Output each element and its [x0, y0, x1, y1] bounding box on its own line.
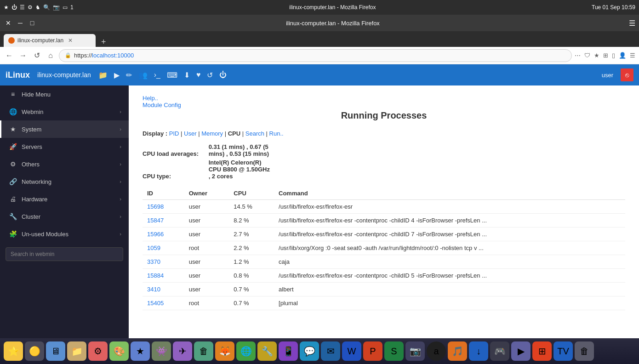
taskbar-icon-steam[interactable]: 🎮 [490, 341, 509, 361]
taskbar-icon-word[interactable]: W [342, 341, 361, 361]
cell-cpu: 2.7 % [229, 228, 274, 241]
taskbar-icon-trash2[interactable]: 🗑 [194, 341, 213, 361]
page-title: Running Processes [143, 110, 625, 121]
taskbar-icon-sqlpro[interactable]: 🔧 [257, 341, 277, 361]
display-link-cpu[interactable]: CPU [228, 130, 240, 137]
display-link-user[interactable]: User [184, 130, 196, 137]
pid-link[interactable]: 3410 [147, 286, 160, 293]
taskbar-icon-viber[interactable]: 📱 [279, 341, 298, 361]
taskbar-icon-filemanager[interactable]: 📁 [67, 341, 86, 361]
edit-icon[interactable]: ✏ [126, 71, 132, 80]
display-link-memory[interactable]: Memory [201, 130, 223, 137]
browser-menu-icon[interactable]: ☰ [629, 19, 635, 28]
browser-maximize-button[interactable]: □ [28, 19, 37, 27]
pid-link[interactable]: 15884 [147, 272, 164, 279]
taskbar-icon-remote[interactable]: ⊞ [532, 341, 552, 361]
taskbar-icon-unity[interactable]: ▶ [511, 341, 531, 361]
shell-icon[interactable]: ⌨ [167, 71, 177, 80]
taskbar-icon-trash[interactable]: 🗑 [575, 341, 594, 361]
tab-close-button[interactable]: ✕ [68, 37, 73, 44]
rocket-icon: 🚀 [9, 143, 17, 150]
taskbar-icon-settings[interactable]: ⚙ [88, 341, 108, 361]
display-link-pid[interactable]: PID [169, 130, 179, 137]
browser-minimize-button[interactable]: ─ [16, 19, 25, 27]
url-box[interactable]: 🔒 https://localhost:10000 [59, 49, 572, 62]
library-icon[interactable]: ⊞ [603, 52, 608, 59]
refresh-icon[interactable]: ↺ [207, 71, 213, 80]
taskbar-icon-amazon[interactable]: a [427, 341, 446, 361]
health-icon[interactable]: ♥ [196, 71, 201, 79]
pid-link[interactable]: 15698 [147, 203, 164, 210]
star-icon: ★ [4, 4, 9, 11]
app-user-label: user [602, 72, 613, 79]
sidebar-item-hide-menu[interactable]: ≡ Hide Menu [0, 85, 129, 103]
os-topbar-right: Tue 01 Sep 10:59 [592, 4, 635, 11]
taskbar-icon-sheets[interactable]: S [384, 341, 404, 361]
sidebar-toggle-icon[interactable]: ▯ [612, 52, 615, 59]
sidebar-item-label: Networking [22, 178, 115, 185]
browser-close-button[interactable]: ✕ [4, 19, 13, 27]
help-link[interactable]: Help.. [143, 95, 158, 102]
cell-owner: user [184, 269, 229, 283]
taskbar-icon-skype[interactable]: 💬 [300, 341, 319, 361]
shield-icon[interactable]: 🛡 [584, 52, 590, 59]
new-tab-button[interactable]: + [97, 37, 110, 47]
reader-icon[interactable]: ⋯ [575, 52, 581, 59]
taskbar-icon-screencloud[interactable]: 📷 [405, 341, 425, 361]
download-icon[interactable]: ⬇ [184, 71, 190, 80]
cell-command: /usr/lib/firefox-esr/firefox-esr [274, 200, 625, 214]
power-app-icon[interactable]: ⏻ [219, 71, 227, 79]
back-button[interactable]: ← [4, 51, 15, 60]
taskbar-icon-circles[interactable]: 🟡 [25, 341, 44, 361]
cpu-load-value: 0.31 (1 mins) , 0.67 (5 mins) , 0.53 (15… [209, 143, 273, 157]
users-icon[interactable]: 👥 [138, 71, 148, 80]
menu-icon: ☰ [20, 4, 25, 11]
sidebar-item-others[interactable]: ⚙ Others › [0, 155, 129, 173]
pid-link[interactable]: 1059 [147, 245, 160, 251]
reload-button[interactable]: ↺ [31, 51, 42, 60]
pid-link[interactable]: 3370 [147, 258, 160, 265]
pid-link[interactable]: 15405 [147, 300, 164, 307]
display-link-run[interactable]: Run.. [269, 130, 284, 137]
sidebar-item-unused-modules[interactable]: 🧩 Un-used Modules › [0, 225, 129, 243]
taskbar-icon-wps[interactable]: P [363, 341, 382, 361]
taskbar-icon-star[interactable]: ⭐ [4, 341, 23, 361]
table-row: 15884 user 0.8 % /usr/lib/firefox-esr/fi… [143, 269, 625, 283]
table-row: 15966 user 2.7 % /usr/lib/firefox-esr/fi… [143, 228, 625, 241]
cell-pid: 3410 [143, 283, 184, 296]
taskbar-icon-paper[interactable]: ✈ [173, 341, 192, 361]
files-icon[interactable]: 📁 [98, 71, 108, 80]
browser-menu-button[interactable]: ☰ [630, 52, 635, 59]
taskbar-icon-teamviewer[interactable]: TV [553, 341, 573, 361]
browser-tab[interactable]: ilinux-computer.lan ✕ [4, 34, 96, 47]
taskbar-icon-vlc[interactable]: 🎵 [448, 341, 467, 361]
taskbar-icon-finder[interactable]: 🖥 [46, 341, 65, 361]
taskbar-icon-firefox[interactable]: 🦊 [215, 341, 234, 361]
taskbar-icon-chrome[interactable]: 🌐 [236, 341, 256, 361]
cell-cpu: 2.2 % [229, 241, 274, 255]
sidebar-item-system[interactable]: ★ System › [0, 120, 129, 138]
sidebar-item-servers[interactable]: 🚀 Servers › [0, 138, 129, 155]
sidebar-item-cluster[interactable]: 🔧 Cluster › [0, 208, 129, 225]
play-icon[interactable]: ▶ [114, 71, 120, 80]
bookmark-icon[interactable]: ★ [594, 52, 599, 59]
taskbar-icon-thunderbird[interactable]: ✉ [321, 341, 340, 361]
sidebar-item-networking[interactable]: 🔗 Networking › [0, 173, 129, 190]
taskbar-icon-star2[interactable]: ★ [131, 341, 150, 361]
sidebar-item-hardware[interactable]: 🖨 Hardware › [0, 190, 129, 208]
pid-link[interactable]: 15847 [147, 217, 164, 224]
taskbar-icon-art[interactable]: 🎨 [109, 341, 129, 361]
forward-button[interactable]: → [17, 51, 29, 60]
logout-button[interactable]: ⎋ [621, 68, 633, 81]
pid-link[interactable]: 15966 [147, 231, 164, 238]
account-icon[interactable]: 👤 [619, 52, 626, 59]
terminal-icon[interactable]: ›_ [154, 71, 160, 79]
sidebar-search-input[interactable] [6, 247, 123, 261]
sidebar-item-webmin[interactable]: 🌐 Webmin › [0, 103, 129, 120]
home-button[interactable]: ⌂ [45, 51, 56, 60]
taskbar-icon-qbittorrent[interactable]: ↓ [469, 341, 488, 361]
taskbar-icon-soldiers[interactable]: 👾 [152, 341, 171, 361]
module-config-link[interactable]: Module Config [143, 102, 181, 108]
cell-owner: root [184, 241, 229, 255]
display-link-search[interactable]: Search [245, 130, 264, 137]
